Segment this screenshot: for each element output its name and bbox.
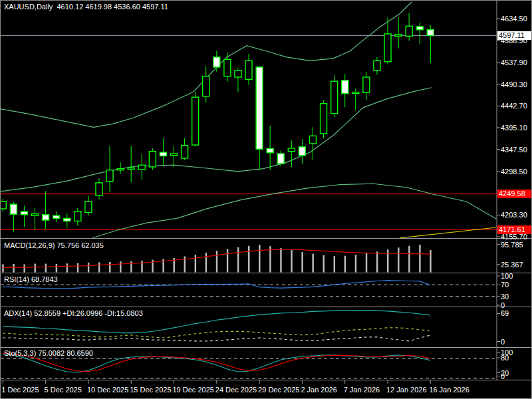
- time-axis-label: 24 Dec 2025: [215, 386, 257, 394]
- bull-candle-body: [138, 165, 145, 170]
- macd-bar: [77, 263, 78, 273]
- macd-bar: [301, 252, 303, 272]
- bear-candle-body: [267, 149, 273, 153]
- bull-candle-body: [245, 61, 252, 79]
- macd-bar: [130, 261, 132, 273]
- adx-axis-label: 69: [501, 309, 509, 317]
- alert-price-badge-1: 4249.58: [497, 190, 532, 198]
- bear-candle-body: [53, 215, 60, 218]
- macd-bar: [419, 245, 420, 272]
- bull-candle-body: [85, 201, 92, 212]
- macd-bar: [216, 251, 217, 273]
- bear-candle-body: [10, 204, 17, 214]
- bull-candle-body: [1, 201, 6, 209]
- middle-band-line: [1, 88, 432, 192]
- macd-bar: [280, 248, 281, 272]
- macd-bar: [23, 264, 25, 272]
- macd-axis-label: 95.785: [501, 241, 523, 249]
- price-axis-label: 4203.30: [501, 211, 527, 219]
- time-axis-label: 15 Dec 2025: [130, 386, 171, 394]
- macd-bar: [45, 264, 47, 273]
- bull-candle-body: [406, 26, 412, 36]
- macd-bar: [120, 261, 121, 272]
- macd-bar: [398, 247, 399, 272]
- bull-candle-body: [32, 213, 39, 215]
- rsi-axis-label: 0: [501, 301, 505, 309]
- time-axis-label: 7 Jan 2026: [344, 386, 380, 394]
- bear-candle-body: [427, 30, 434, 36]
- macd-axis-label: 25.367: [501, 261, 523, 269]
- bull-candle-body: [309, 136, 316, 144]
- price-axis-label: 4155.70: [501, 233, 527, 241]
- macd-bar: [248, 246, 249, 273]
- rsi-axis-label: 70: [501, 281, 509, 289]
- candlestick-series: [1, 13, 434, 231]
- bull-candle-body: [182, 146, 188, 158]
- stochastic-axis-label: 0: [501, 372, 505, 380]
- plus-di-line: [3, 328, 430, 338]
- chart-canvas[interactable]: [1, 1, 532, 399]
- bull-candle-body: [321, 104, 327, 134]
- macd-bar: [366, 253, 367, 273]
- bull-candle-body: [128, 168, 134, 169]
- chart-ohlc-values: 4610.12 4619.98 4536.60 4597.11: [57, 3, 168, 11]
- macd-bar: [291, 250, 292, 272]
- macd-bar: [227, 249, 228, 272]
- price-axis-label: 4298.50: [501, 168, 527, 176]
- stochastic-indicator-label: Sto(5,3,3) 75.0082 80.6590: [4, 349, 93, 357]
- bull-candle-body: [363, 77, 370, 92]
- macd-bar: [98, 262, 100, 272]
- bull-candle-body: [171, 154, 178, 156]
- bull-candle-body: [235, 70, 241, 77]
- bull-candle-body: [203, 76, 209, 96]
- bull-candle-body: [74, 211, 81, 221]
- price-axis-label: 4490.30: [501, 80, 527, 88]
- macd-bar: [376, 251, 378, 272]
- macd-bar: [430, 250, 431, 272]
- macd-bar: [13, 264, 14, 273]
- chart-title: XAUUSD,Daily 4610.12 4619.98 4536.60 459…: [4, 3, 168, 11]
- bull-candle-body: [352, 92, 359, 94]
- bull-candle-body: [374, 61, 380, 70]
- bear-candle-body: [64, 218, 70, 221]
- bear-candle-body: [299, 147, 305, 156]
- time-axis-label: 16 Jan 2026: [429, 386, 469, 394]
- macd-bar: [344, 256, 346, 273]
- price-axis-label: 4395.10: [501, 124, 527, 132]
- bull-candle-body: [192, 97, 199, 145]
- price-axis-label: 4347.50: [501, 146, 527, 154]
- bear-candle-body: [416, 27, 423, 30]
- price-axis-label: 4586.90: [501, 37, 527, 45]
- macd-bar: [2, 264, 3, 272]
- bear-candle-body: [342, 80, 348, 94]
- time-axis-label: 5 Dec 2025: [45, 386, 82, 394]
- bull-candle-body: [288, 148, 295, 152]
- macd-bar: [355, 255, 356, 273]
- macd-bar: [56, 264, 57, 273]
- bull-candle-body: [331, 81, 338, 114]
- macd-bar: [35, 264, 36, 273]
- trading-chart-window: XAUUSD,Daily 4610.12 4619.98 4536.60 459…: [0, 0, 532, 399]
- bear-candle-body: [256, 67, 263, 149]
- macd-bar: [141, 261, 142, 273]
- adx-indicator-label: ADX(14) 52.8559 +DI:26.0996 -DI:15.0803: [4, 309, 143, 317]
- time-axis-label: 19 Dec 2025: [173, 386, 214, 394]
- macd-bar: [259, 245, 260, 272]
- minus-di-line: [3, 335, 430, 341]
- time-axis-label: 10 Dec 2025: [87, 386, 128, 394]
- bull-candle-body: [149, 152, 156, 167]
- bull-candle-body: [224, 59, 231, 76]
- time-axis-label: 29 Dec 2025: [258, 386, 299, 394]
- time-axis-label: 12 Jan 2026: [386, 386, 427, 394]
- bear-candle-body: [160, 152, 166, 156]
- bear-candle-body: [277, 154, 284, 164]
- macd-bar: [408, 246, 410, 273]
- chart-symbol-timeframe: XAUUSD,Daily: [4, 3, 53, 11]
- bull-candle-body: [96, 183, 102, 196]
- macd-bar: [205, 253, 207, 273]
- bear-candle-body: [21, 211, 27, 215]
- macd-bar: [66, 263, 68, 272]
- macd-indicator-label: MACD(12,26,9) 75.756 62.035: [4, 241, 104, 249]
- adx-axis-label: 0: [501, 338, 505, 346]
- lower-band-line: [92, 184, 496, 238]
